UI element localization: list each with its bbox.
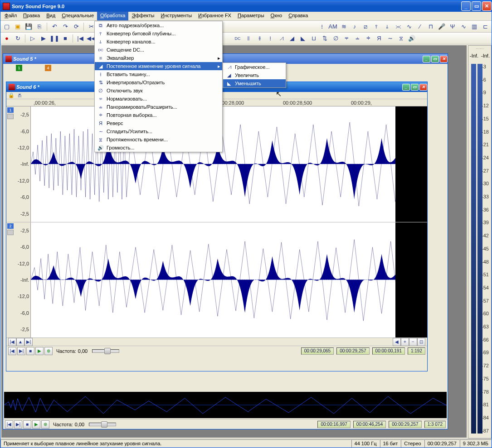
s6-play-icon[interactable]: ▶ (35, 347, 44, 355)
tool-line-icon[interactable]: ∕ (415, 22, 425, 32)
pan-icon[interactable]: ⫨ (352, 34, 362, 43)
new-file-icon[interactable]: ▢ (2, 22, 12, 32)
invert-icon[interactable]: ⇅ (320, 34, 330, 43)
s6-zoom-up-icon[interactable]: ▲ (16, 338, 24, 346)
go-start-icon[interactable]: |◀ (75, 34, 85, 43)
repeat-icon[interactable]: ⟳ (71, 22, 81, 32)
fade-out-icon[interactable]: ◣ (298, 34, 308, 43)
tool-gap-icon[interactable]: ⊓ (426, 22, 436, 32)
s5-marker-icon[interactable]: ⊕ (41, 420, 49, 429)
channel-2-badge[interactable]: 2 (7, 223, 14, 229)
fade-in-icon[interactable]: ◢ (287, 34, 297, 43)
channel-2-mute-icon[interactable] (7, 230, 14, 235)
lock-icon[interactable]: 🔒 (8, 92, 15, 98)
sound6-maximize-button[interactable]: ▭ (411, 84, 419, 91)
dd-reverse[interactable]: ЯРеверс (95, 119, 222, 127)
dd-fade[interactable]: ◢Постепенное изменение уровня сигнала▸ (95, 62, 222, 70)
s6-zoom-out-icon[interactable]: − (409, 338, 417, 346)
menu-help[interactable]: Справка (285, 12, 311, 20)
s5-rate-slider[interactable] (89, 423, 116, 426)
dd-equalizer[interactable]: ≡Эквалайзер▸ (95, 54, 222, 62)
loop-icon[interactable]: ↻ (13, 34, 23, 43)
dd-resample[interactable]: ⫩Повторная выборка... (95, 111, 222, 119)
menu-tools[interactable]: Инструменты (158, 12, 195, 20)
normalize-icon[interactable]: ⫧ (341, 34, 351, 43)
s6-zoom-full-icon[interactable]: ⊡ (417, 338, 425, 346)
play-start-icon[interactable]: ▷ (28, 34, 38, 43)
s6-zoom-in-icon[interactable]: + (401, 338, 409, 346)
s6-rate-slider[interactable] (92, 349, 119, 353)
eq1-icon[interactable]: ⫴ (244, 34, 253, 43)
undo-icon[interactable]: ↶ (49, 22, 59, 32)
dd-bit-depth[interactable]: ⫯Конвертер битовой глубины... (95, 29, 222, 38)
dd-auto-trim[interactable]: ⧉Авто подрезка/обрезка... (95, 21, 222, 29)
sub-fade-in[interactable]: ◢Увеличить (223, 71, 286, 79)
dd-channel-conv[interactable]: ⫰Конвертер каналов... (95, 38, 222, 46)
s5-go-start-icon[interactable]: |◀ (5, 420, 13, 429)
marker-flag-1[interactable]: 1 (16, 65, 22, 71)
menu-file[interactable]: Файл (1, 12, 20, 20)
tool-fork-icon[interactable]: Ψ (448, 22, 458, 32)
menu-fav-fx[interactable]: Избранное FX (195, 12, 234, 20)
tool-saw-icon[interactable]: ⩙ (393, 22, 403, 32)
open-file-icon[interactable]: ▣ (13, 22, 23, 32)
resample-icon[interactable]: ⫩ (363, 34, 373, 43)
channel-1-badge[interactable]: 1 (7, 107, 14, 113)
dd-normalize[interactable]: ⫧Нормализовать... (95, 95, 222, 103)
main-maximize-button[interactable]: ▭ (472, 1, 481, 11)
menu-window[interactable]: Окно (268, 12, 286, 20)
menu-edit[interactable]: Правка (20, 12, 43, 20)
dd-pan[interactable]: ⫨Панорамировать/Расширить... (95, 103, 222, 111)
fade-graph-icon[interactable]: ⩘ (276, 34, 286, 43)
channel-2-selection[interactable] (395, 222, 427, 337)
channel-1-waveform[interactable] (31, 106, 427, 222)
menu-options[interactable]: Параметры (234, 12, 268, 20)
mute-icon[interactable]: ∅ (331, 34, 341, 43)
s6-stop-icon[interactable]: ■ (26, 347, 34, 355)
level-meter-panel[interactable]: ⋯⋯ -Inf. -Inf. -3-6-9 -12-15-18 -21-24-2… (468, 45, 492, 438)
stop-icon[interactable]: ■ (60, 34, 70, 43)
sound5-overview[interactable] (4, 392, 447, 418)
channel-2-waveform[interactable] (31, 222, 427, 337)
volume-icon[interactable]: 🔊 (407, 34, 417, 43)
tool-bar-icon[interactable]: ▥ (469, 22, 479, 32)
tool-mic-icon[interactable]: 🎤 (437, 22, 447, 32)
sound5-minimize-button[interactable]: _ (423, 56, 430, 63)
menu-effects[interactable]: Эффекты (128, 12, 157, 20)
s5-stop-icon[interactable]: ■ (23, 420, 31, 429)
silence-insert-icon[interactable]: ⊔ (309, 34, 319, 43)
sub-fade-out[interactable]: ◣Уменьшить (223, 79, 286, 87)
redo-icon[interactable]: ↷ (60, 22, 70, 32)
dd-invert[interactable]: ⇅Инвертировать/Отразить (95, 78, 222, 87)
dc-offset-icon[interactable]: DC (233, 34, 243, 43)
slider-thumb-icon[interactable] (104, 348, 111, 354)
sound5-close-button[interactable]: ✕ (440, 56, 448, 63)
tool-adjust-icon[interactable]: ⫰ (382, 22, 392, 32)
save-all-icon[interactable]: ⎘ (34, 22, 44, 32)
tool-square-icon[interactable]: ⊏ (480, 22, 490, 32)
tool-mono-icon[interactable]: ⫶ (317, 22, 327, 32)
sound6-close-button[interactable]: ✕ (419, 84, 427, 91)
dd-timestretch[interactable]: ⧖Протяженность времени... (95, 135, 222, 144)
tool-am-icon[interactable]: AM (328, 22, 338, 32)
s6-zoom-prev-icon[interactable]: |◀ (8, 338, 16, 346)
eq3-icon[interactable]: ⫶ (265, 34, 275, 43)
s6-go-start-icon[interactable]: |◀ (8, 347, 16, 355)
channel-1-selection[interactable] (395, 106, 427, 222)
tool-jitter-icon[interactable]: ⫯ (371, 22, 381, 32)
timestretch-icon[interactable]: ⧖ (396, 34, 406, 43)
sound6-minimize-button[interactable]: _ (402, 84, 410, 91)
dd-mute[interactable]: ∅Отключить звук (95, 87, 222, 95)
save-icon[interactable]: 💾 (24, 22, 34, 32)
dd-dc-offset[interactable]: DCСмещение DC... (95, 46, 222, 54)
s6-marker-icon[interactable]: ⊕ (44, 347, 53, 355)
s6-hscroll-left-icon[interactable]: ◀ (393, 338, 401, 346)
s5-play-icon[interactable]: ▶ (32, 420, 40, 429)
dd-volume[interactable]: 🔊Громкость... (95, 144, 222, 152)
sound5-maximize-button[interactable]: ▭ (431, 56, 439, 63)
menu-special[interactable]: Специальные (58, 12, 97, 20)
eq2-icon[interactable]: ⫵ (254, 34, 264, 43)
record-icon[interactable]: ● (2, 34, 12, 43)
dd-insert-silence[interactable]: ⫲Вставить тишину... (95, 70, 222, 78)
tool-diag-icon[interactable]: ⧄ (360, 22, 370, 32)
